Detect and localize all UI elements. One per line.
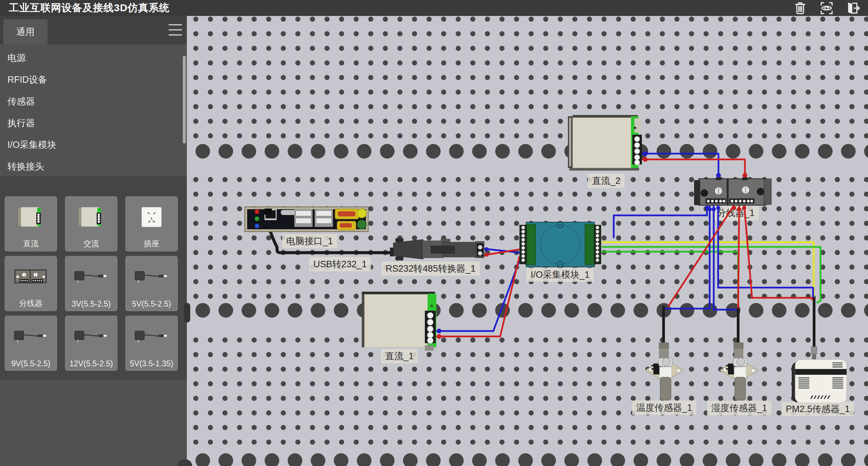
adapter-thumb [125,318,178,355]
socket-thumb [125,199,178,235]
tile-label: 12V(5.5-2.5) [65,359,118,368]
adapter-thumb [4,318,57,355]
trash-button[interactable] [791,1,809,16]
device-label-pc: 电脑接口_1 [282,234,337,248]
sidebar-item-adapter[interactable]: 转换接头 [0,156,187,177]
sidebar-item-power[interactable]: 电源 [0,47,187,69]
component-sidebar: 通用 电源 RFID设备 传感器 执行器 I/O采集模块 转换接头 直流 [0,16,187,466]
tile-label: 直流 [4,238,57,249]
tile-9v[interactable]: 9V(5.5-2.5) [4,315,58,371]
tile-dc[interactable]: 直流 [4,196,58,252]
device-label-dc2: 直流_2 [588,174,625,188]
simulation-canvas[interactable]: 直流_2 电脑接口_1 USB转232_1 RS232转485转换器_1 I/O… [187,16,868,466]
adapter-thumb [65,258,118,295]
tile-label: 3V(5.5-2.5) [65,299,118,309]
adapter-thumb [65,318,118,355]
category-menu: 电源 RFID设备 传感器 执行器 I/O采集模块 转换接头 [0,47,187,177]
menu-icon[interactable] [169,24,182,36]
pegboard-big-holes [187,449,868,466]
app-title: 工业互联网设备及接线3D仿真系统 [9,1,170,15]
tile-5v-slim[interactable]: 5V(3.5-1.35) [125,315,178,371]
device-label-temp: 温度传感器_1 [632,401,696,415]
sidebar-item-io[interactable]: I/O采集模块 [0,134,187,156]
adapter-thumb [125,258,178,295]
view-button[interactable] [818,1,835,16]
pegboard-big-holes [187,299,868,329]
tab-general[interactable]: 通用 [3,19,47,44]
ac-power-thumb [65,199,118,235]
sidebar-item-actuator[interactable]: 执行器 [0,112,187,134]
device-label-io: I/O采集模块_1 [527,268,594,282]
tile-label: 插座 [125,238,178,249]
exit-icon [846,1,861,15]
tile-label: 5V(3.5-1.35) [125,359,178,368]
sidebar-item-sensor[interactable]: 传感器 [0,91,187,112]
splitter-thumb [4,258,57,295]
tile-5v[interactable]: 5V(5.5-2.5) [125,255,178,312]
top-bar: 工业互联网设备及接线3D仿真系统 [0,0,868,16]
sidebar-collapse-handle[interactable] [184,303,190,323]
trash-icon [793,1,807,15]
tile-socket[interactable]: 插座 [125,196,178,252]
tile-3v[interactable]: 3V(5.5-2.5) [64,255,118,312]
tile-label: 交流 [65,238,118,249]
device-label-dc1: 直流_1 [381,349,418,363]
device-label-rs232485: RS232转485转换器_1 [381,261,480,276]
device-label-splitter: 分线器_1 [713,206,758,220]
tile-splitter[interactable]: 分线器 [4,255,58,312]
tile-label: 9V(5.5-2.5) [4,359,57,368]
pegboard-big-holes [187,140,868,170]
tile-label: 5V(5.5-2.5) [125,299,178,309]
device-label-pm25: PM2.5传感器_1 [782,402,854,416]
dc-power-thumb [4,199,57,235]
toolbar [791,1,862,16]
sidebar-item-rfid[interactable]: RFID设备 [0,69,187,91]
exit-button[interactable] [844,1,862,16]
device-label-usb232: USB转232_1 [309,257,371,271]
tile-12v[interactable]: 12V(5.5-2.5) [64,315,118,371]
tile-label: 分线器 [4,298,57,309]
tile-ac[interactable]: 交流 [64,196,118,252]
device-label-hum: 湿度传感器_1 [707,401,771,415]
component-palette: 直流 交流 [0,176,187,380]
view-icon [820,1,834,15]
menu-scrollbar[interactable] [183,56,186,143]
